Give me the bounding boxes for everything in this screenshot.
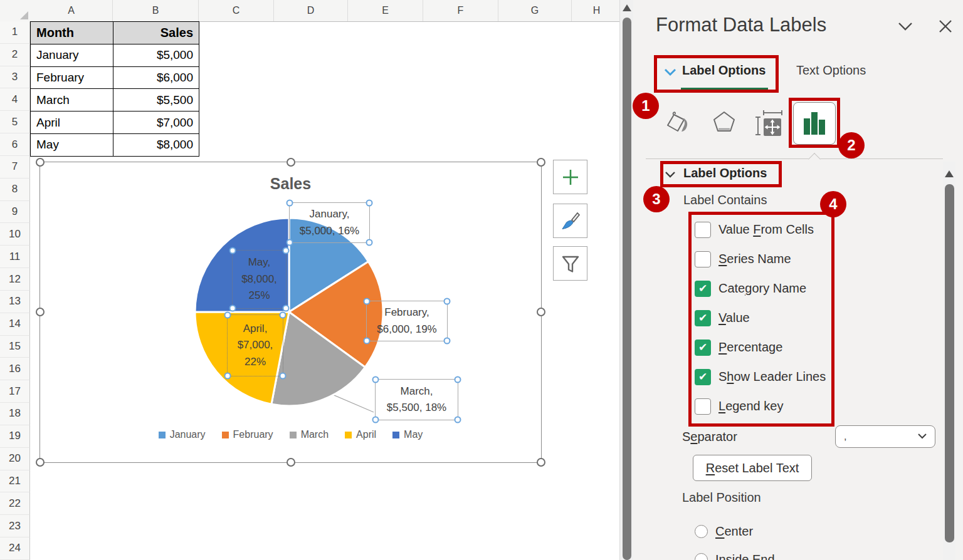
scrollbar-thumb[interactable]	[623, 18, 631, 560]
column-header-E[interactable]: E	[348, 0, 423, 21]
row-header-5[interactable]: 5	[0, 111, 30, 133]
data-label-april[interactable]: April, $7,000, 22%	[227, 314, 283, 376]
label-handle[interactable]	[366, 200, 373, 207]
radio-center[interactable]	[695, 525, 708, 538]
chart-filters-button[interactable]	[553, 246, 587, 281]
table-cell[interactable]: $7,000	[113, 111, 199, 134]
chart-resize-handle[interactable]	[36, 458, 45, 467]
row-header-6[interactable]: 6	[0, 133, 30, 156]
label-options-icon-tab[interactable]	[793, 102, 836, 145]
label-handle[interactable]	[444, 298, 451, 305]
row-header-13[interactable]: 13	[0, 291, 30, 313]
row-header-10[interactable]: 10	[0, 223, 30, 246]
chart-styles-button[interactable]	[553, 204, 587, 238]
data-label-may[interactable]: May, $8,000, 25%	[232, 250, 287, 309]
checkbox-show-leader-lines[interactable]: ✔	[695, 369, 711, 385]
chart-resize-handle[interactable]	[287, 458, 295, 467]
chart-object[interactable]: Sales January, $5,000, 16% February, $6,…	[39, 162, 542, 463]
label-options-section-header[interactable]: Label Options	[683, 166, 767, 180]
label-handle[interactable]	[280, 312, 287, 319]
scroll-up-icon[interactable]	[945, 170, 954, 177]
legend-item-april[interactable]: April	[345, 429, 376, 440]
label-handle[interactable]	[364, 298, 371, 305]
label-handle[interactable]	[280, 373, 287, 380]
tab-text-options[interactable]: Text Options	[796, 63, 866, 78]
chart-resize-handle[interactable]	[287, 158, 295, 167]
row-header-7[interactable]: 7	[0, 156, 30, 179]
checkbox-percentage[interactable]: ✔	[695, 340, 711, 356]
table-header-cell[interactable]: Sales	[113, 22, 199, 44]
fill-line-tab[interactable]	[666, 110, 692, 137]
label-handle[interactable]	[229, 305, 236, 312]
data-label-february[interactable]: February, $6,000, 19%	[366, 301, 448, 341]
scroll-up-icon[interactable]	[623, 4, 631, 11]
column-header-H[interactable]: H	[572, 0, 622, 21]
label-handle[interactable]	[287, 239, 293, 246]
row-header-20[interactable]: 20	[0, 448, 30, 470]
table-cell[interactable]: May	[31, 134, 113, 157]
label-handle[interactable]	[444, 338, 451, 345]
label-handle[interactable]	[364, 338, 371, 345]
panel-close-button[interactable]	[938, 19, 953, 36]
reset-label-text-button[interactable]: Reset Label Text	[693, 455, 812, 481]
select-all-corner[interactable]	[0, 0, 31, 22]
checkbox-category-name[interactable]: ✔	[695, 281, 711, 297]
separator-dropdown[interactable]: ,	[835, 425, 935, 448]
chart-resize-handle[interactable]	[537, 158, 545, 167]
label-handle[interactable]	[224, 312, 231, 319]
chart-resize-handle[interactable]	[36, 158, 45, 167]
row-header-14[interactable]: 14	[0, 313, 30, 336]
row-header-11[interactable]: 11	[0, 246, 30, 268]
legend-item-march[interactable]: March	[290, 429, 329, 440]
checkbox-value-from-cells[interactable]	[695, 222, 711, 238]
worksheet-vertical-scrollbar[interactable]	[619, 0, 633, 560]
column-header-C[interactable]: C	[199, 0, 274, 21]
column-header-F[interactable]: F	[423, 0, 498, 21]
legend-item-may[interactable]: May	[392, 429, 423, 440]
label-handle[interactable]	[287, 200, 293, 207]
label-handle[interactable]	[229, 247, 236, 254]
row-header-8[interactable]: 8	[0, 179, 30, 201]
table-header-cell[interactable]: Month	[31, 22, 113, 44]
row-header-19[interactable]: 19	[0, 425, 30, 448]
row-header-2[interactable]: 2	[0, 44, 30, 66]
table-cell[interactable]: $5,000	[113, 44, 199, 67]
label-handle[interactable]	[372, 417, 379, 423]
table-cell[interactable]: $8,000	[113, 134, 199, 157]
row-header-17[interactable]: 17	[0, 380, 30, 403]
row-header-12[interactable]: 12	[0, 268, 30, 291]
legend-item-january[interactable]: January	[159, 429, 206, 440]
panel-collapse-button[interactable]	[897, 20, 914, 35]
row-header-23[interactable]: 23	[0, 515, 30, 537]
column-header-G[interactable]: G	[498, 0, 572, 21]
checkbox-value[interactable]: ✔	[695, 310, 711, 326]
row-header-24[interactable]: 24	[0, 537, 30, 560]
data-label-march[interactable]: March, $5,500, 18%	[375, 379, 458, 420]
checkbox-legend-key[interactable]	[695, 398, 711, 415]
row-header-21[interactable]: 21	[0, 470, 30, 493]
table-cell[interactable]: March	[31, 89, 113, 111]
column-header-B[interactable]: B	[113, 0, 199, 21]
table-cell[interactable]: January	[31, 44, 113, 67]
row-header-9[interactable]: 9	[0, 201, 30, 224]
legend-item-february[interactable]: February	[222, 429, 273, 440]
chevron-down-icon[interactable]	[665, 170, 676, 182]
label-handle[interactable]	[455, 417, 461, 423]
column-header-D[interactable]: D	[274, 0, 348, 21]
chart-title[interactable]: Sales	[40, 175, 541, 193]
row-header-18[interactable]: 18	[0, 403, 30, 425]
scrollbar-thumb[interactable]	[945, 184, 954, 542]
row-header-16[interactable]: 16	[0, 358, 30, 380]
chart-resize-handle[interactable]	[537, 458, 545, 467]
row-header-1[interactable]: 1	[0, 21, 30, 44]
chart-resize-handle[interactable]	[537, 308, 545, 316]
chart-resize-handle[interactable]	[36, 308, 45, 316]
checkbox-series-name[interactable]	[695, 251, 711, 267]
label-handle[interactable]	[283, 305, 290, 312]
row-header-15[interactable]: 15	[0, 336, 30, 358]
label-handle[interactable]	[224, 373, 231, 380]
label-handle[interactable]	[283, 247, 290, 254]
label-handle[interactable]	[366, 239, 373, 246]
table-cell[interactable]: April	[31, 111, 113, 134]
row-header-4[interactable]: 4	[0, 88, 30, 111]
